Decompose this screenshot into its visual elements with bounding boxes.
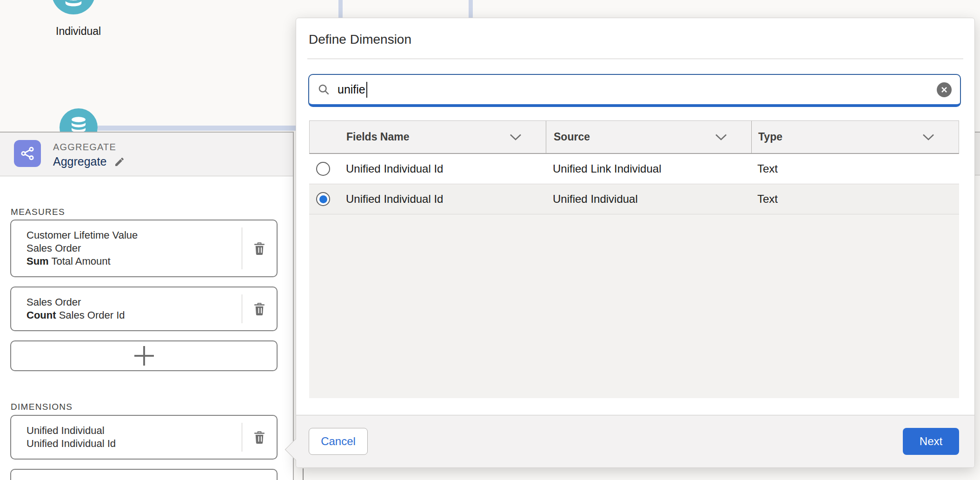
clear-search-button[interactable] xyxy=(937,82,952,97)
edit-pencil-icon[interactable] xyxy=(114,156,125,167)
delete-measure-button[interactable] xyxy=(242,241,277,256)
delete-measure-button[interactable] xyxy=(242,302,277,316)
node-type-label: AGGREGATE xyxy=(53,142,116,153)
modal-footer: Cancel Next xyxy=(296,415,974,467)
radio-selected[interactable] xyxy=(316,192,330,206)
measure-card[interactable]: Customer Lifetime ValueSales OrderSum To… xyxy=(10,220,278,277)
card-text: Unified IndividualUnified Individual Id xyxy=(11,416,242,459)
column-label: Fields Name xyxy=(346,131,410,143)
column-header-fields-name: Fields Name xyxy=(310,121,546,153)
cancel-button[interactable]: Cancel xyxy=(309,428,368,455)
dimensions-card-list: Unified IndividualUnified Individual Id xyxy=(0,415,293,480)
search-icon xyxy=(318,83,330,96)
screen: Individual AGGREGATE Aggregate xyxy=(0,0,980,480)
type-cell: Text xyxy=(751,162,959,175)
column-header-source: Source xyxy=(546,121,751,153)
aggregate-node-icon xyxy=(14,140,41,167)
measure-card[interactable]: Sales OrderCount Sales Order Id xyxy=(10,287,278,331)
search-value: unifie xyxy=(338,83,365,96)
connector-line-vertical-right xyxy=(469,0,473,19)
field-row[interactable]: Unified Individual IdUnified Link Indivi… xyxy=(309,154,959,184)
card-text: Sales OrderCount Sales Order Id xyxy=(11,287,242,330)
node-name: Aggregate xyxy=(53,155,106,168)
individual-node-label: Individual xyxy=(56,25,101,38)
fields-table: Fields NameSourceType Unified Individual… xyxy=(309,120,959,398)
title-divider xyxy=(307,59,963,59)
field-name-cell: Unified Individual Id xyxy=(346,193,443,206)
chevron-down-icon[interactable] xyxy=(510,133,522,141)
measures-card-list: Customer Lifetime ValueSales OrderSum To… xyxy=(0,220,293,385)
connector-line-vertical-left xyxy=(338,0,343,19)
aggregate-config-panel: AGGREGATE Aggregate MEASURES Customer Li… xyxy=(0,132,294,480)
aggregate-panel-header: AGGREGATE Aggregate xyxy=(0,133,293,176)
table-empty-area xyxy=(309,214,959,398)
text-cursor xyxy=(366,82,367,98)
fields-table-body: Unified Individual IdUnified Link Indivi… xyxy=(309,154,959,214)
delete-dimension-button[interactable] xyxy=(242,430,277,445)
card-text: Customer Lifetime ValueSales OrderSum To… xyxy=(11,220,242,276)
column-label: Source xyxy=(554,131,590,143)
next-card-stub xyxy=(10,469,278,480)
column-label: Type xyxy=(758,131,782,143)
fields-table-header: Fields NameSourceType xyxy=(309,120,959,154)
measures-section-label: MEASURES xyxy=(11,207,65,217)
field-name-cell: Unified Individual Id xyxy=(346,162,443,175)
connector-line-horizontal xyxy=(98,126,296,131)
type-cell: Text xyxy=(751,193,959,206)
next-button[interactable]: Next xyxy=(903,428,959,455)
source-cell: Unified Link Individual xyxy=(545,162,751,175)
field-row[interactable]: Unified Individual IdUnified IndividualT… xyxy=(309,184,959,214)
background-card-edge xyxy=(303,468,304,480)
chevron-down-icon[interactable] xyxy=(715,133,727,141)
modal-title: Define Dimension xyxy=(309,32,411,47)
dimensions-section-label: DIMENSIONS xyxy=(11,402,73,412)
plus-icon xyxy=(134,346,154,366)
column-header-type: Type xyxy=(751,121,959,153)
dimension-card[interactable]: Unified IndividualUnified Individual Id xyxy=(10,415,278,460)
source-cell: Unified Individual xyxy=(545,193,751,206)
define-dimension-modal: Define Dimension unifie Fields NameSourc… xyxy=(296,18,975,468)
background-panel-sliver xyxy=(975,132,980,175)
radio-unselected[interactable] xyxy=(316,162,330,176)
individual-node-circle[interactable] xyxy=(52,0,95,14)
add-measure-button[interactable] xyxy=(10,340,278,371)
field-search-input[interactable]: unifie xyxy=(308,74,961,107)
database-icon xyxy=(63,0,84,13)
chevron-down-icon[interactable] xyxy=(922,133,934,141)
